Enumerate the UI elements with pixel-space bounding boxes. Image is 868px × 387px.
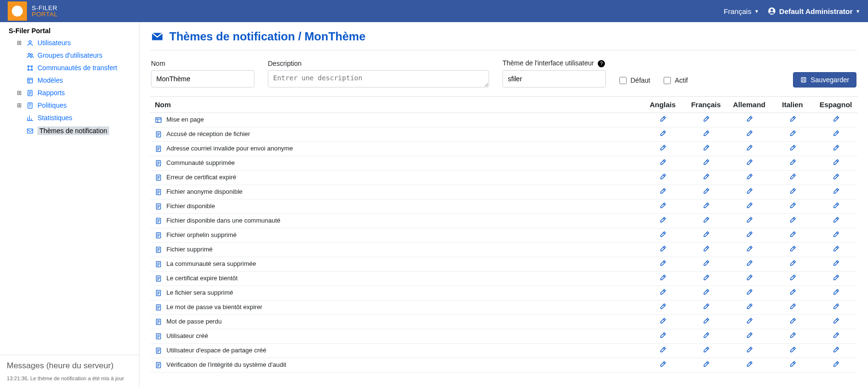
col-german[interactable]: Allemand: [728, 97, 771, 113]
cell-name[interactable]: La communauté sera supprimée: [150, 257, 641, 272]
edit-icon[interactable]: [659, 361, 667, 368]
edit-icon[interactable]: [832, 159, 840, 166]
edit-icon[interactable]: [659, 245, 667, 253]
description-input[interactable]: [268, 70, 489, 87]
edit-icon[interactable]: [832, 346, 840, 354]
edit-icon[interactable]: [789, 317, 796, 325]
cell-name[interactable]: Le certificat expire bientôt: [150, 272, 641, 286]
edit-icon[interactable]: [745, 115, 753, 123]
edit-icon[interactable]: [832, 216, 840, 224]
edit-icon[interactable]: [702, 260, 710, 267]
edit-icon[interactable]: [659, 288, 667, 296]
active-checkbox[interactable]: [664, 77, 671, 84]
edit-icon[interactable]: [789, 115, 796, 123]
sidebar-item-0[interactable]: ⊞Utilisateurs: [2, 37, 137, 49]
edit-icon[interactable]: [745, 144, 753, 152]
edit-icon[interactable]: [789, 202, 796, 210]
sidebar-item-6[interactable]: Statistiques: [2, 112, 137, 124]
sidebar-item-1[interactable]: Groupes d'utilisateurs: [2, 49, 137, 62]
cell-name[interactable]: Vérification de l'intégrité du système d…: [150, 358, 641, 373]
edit-icon[interactable]: [832, 260, 840, 267]
edit-icon[interactable]: [702, 332, 710, 339]
cell-name[interactable]: Fichier anonyme disponible: [150, 185, 641, 200]
user-menu[interactable]: Default Administrator ▼: [767, 7, 860, 15]
edit-icon[interactable]: [745, 173, 753, 181]
name-input[interactable]: [151, 70, 254, 87]
sidebar-item-7[interactable]: Thèmes de notification: [2, 124, 137, 137]
cell-name[interactable]: Fichier orphelin supprimé: [150, 228, 641, 243]
edit-icon[interactable]: [702, 361, 710, 368]
edit-icon[interactable]: [789, 144, 796, 152]
edit-icon[interactable]: [832, 144, 840, 152]
edit-icon[interactable]: [832, 332, 840, 339]
col-italian[interactable]: Italien: [771, 97, 814, 113]
edit-icon[interactable]: [745, 260, 753, 267]
cell-name[interactable]: Adresse courriel invalide pour envoi ano…: [150, 142, 641, 156]
cell-name[interactable]: Mot de passe perdu: [150, 315, 641, 329]
col-english[interactable]: Anglais: [641, 97, 684, 113]
default-checkbox[interactable]: [619, 77, 627, 84]
cell-name[interactable]: Utilisateur d'espace de partage créé: [150, 344, 641, 358]
edit-icon[interactable]: [832, 130, 840, 137]
sidebar-item-2[interactable]: Communautés de transfert: [2, 62, 137, 74]
navbar-brand[interactable]: S-FILER PORTAL: [8, 1, 58, 21]
edit-icon[interactable]: [659, 202, 667, 210]
edit-icon[interactable]: [832, 288, 840, 296]
edit-icon[interactable]: [702, 303, 710, 311]
edit-icon[interactable]: [789, 288, 796, 296]
edit-icon[interactable]: [702, 144, 710, 152]
edit-icon[interactable]: [702, 317, 710, 325]
edit-icon[interactable]: [659, 231, 667, 238]
col-spanish[interactable]: Espagnol: [814, 97, 857, 113]
edit-icon[interactable]: [745, 202, 753, 210]
edit-icon[interactable]: [659, 317, 667, 325]
edit-icon[interactable]: [745, 288, 753, 296]
edit-icon[interactable]: [789, 303, 796, 311]
cell-name[interactable]: Communauté supprimée: [150, 156, 641, 171]
edit-icon[interactable]: [702, 130, 710, 137]
edit-icon[interactable]: [832, 115, 840, 123]
edit-icon[interactable]: [832, 187, 840, 195]
edit-icon[interactable]: [832, 317, 840, 325]
edit-icon[interactable]: [659, 274, 667, 282]
edit-icon[interactable]: [789, 159, 796, 166]
edit-icon[interactable]: [789, 332, 796, 339]
edit-icon[interactable]: [659, 216, 667, 224]
edit-icon[interactable]: [659, 346, 667, 354]
edit-icon[interactable]: [789, 231, 796, 238]
save-button[interactable]: Sauvegarder: [793, 72, 856, 87]
tree-root-label[interactable]: S-Filer Portal: [2, 25, 137, 37]
sidebar-item-4[interactable]: ⊞Rapports: [2, 87, 137, 99]
edit-icon[interactable]: [702, 187, 710, 195]
tree-toggle-icon[interactable]: ⊞: [16, 102, 22, 109]
edit-icon[interactable]: [789, 173, 796, 181]
edit-icon[interactable]: [702, 346, 710, 354]
edit-icon[interactable]: [659, 303, 667, 311]
edit-icon[interactable]: [659, 332, 667, 339]
edit-icon[interactable]: [832, 361, 840, 368]
edit-icon[interactable]: [659, 260, 667, 267]
edit-icon[interactable]: [789, 260, 796, 267]
cell-name[interactable]: Utilisateur créé: [150, 329, 641, 344]
cell-name[interactable]: Erreur de certificat expiré: [150, 171, 641, 185]
cell-name[interactable]: Le mot de passe va bientôt expirer: [150, 300, 641, 315]
edit-icon[interactable]: [745, 130, 753, 137]
edit-icon[interactable]: [702, 288, 710, 296]
edit-icon[interactable]: [702, 173, 710, 181]
edit-icon[interactable]: [745, 317, 753, 325]
edit-icon[interactable]: [659, 115, 667, 123]
edit-icon[interactable]: [745, 346, 753, 354]
cell-name[interactable]: Fichier disponible dans une communauté: [150, 214, 641, 228]
edit-icon[interactable]: [832, 303, 840, 311]
edit-icon[interactable]: [745, 187, 753, 195]
col-french[interactable]: Français: [684, 97, 728, 113]
edit-icon[interactable]: [745, 231, 753, 238]
edit-icon[interactable]: [702, 231, 710, 238]
edit-icon[interactable]: [832, 202, 840, 210]
edit-icon[interactable]: [789, 346, 796, 354]
col-name[interactable]: Nom: [150, 97, 641, 113]
edit-icon[interactable]: [789, 216, 796, 224]
edit-icon[interactable]: [789, 130, 796, 137]
edit-icon[interactable]: [702, 159, 710, 166]
edit-icon[interactable]: [702, 216, 710, 224]
